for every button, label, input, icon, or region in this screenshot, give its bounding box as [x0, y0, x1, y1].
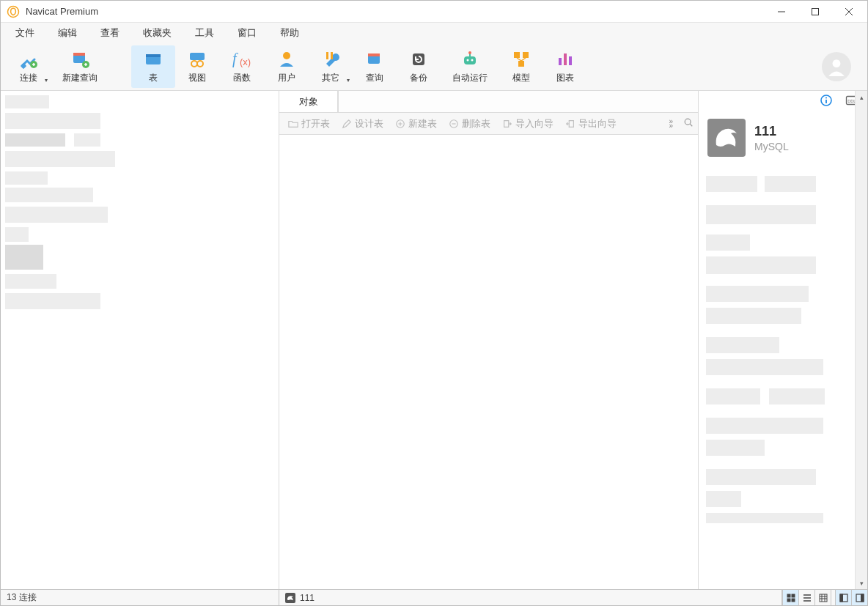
open-table-button[interactable]: 打开表	[284, 117, 334, 130]
toolbar-connection[interactable]: 连接 ▾	[7, 45, 51, 88]
svg-rect-29	[514, 52, 520, 58]
search-icon[interactable]	[683, 117, 694, 130]
toolbar-autorun[interactable]: 自动运行	[441, 45, 499, 88]
toolbar-chart[interactable]: 图表	[543, 45, 587, 88]
toolbar-model-label: 模型	[512, 72, 530, 84]
design-table-label: 设计表	[355, 117, 383, 130]
minimize-button[interactable]	[765, 1, 798, 22]
delete-table-button[interactable]: 删除表	[444, 117, 495, 130]
svg-point-28	[468, 51, 471, 54]
toolbar-function-label: 函数	[233, 72, 251, 84]
plug-icon	[18, 48, 39, 70]
toolbar-user[interactable]: 用户	[265, 45, 309, 88]
export-wizard-label: 导出向导	[578, 117, 617, 130]
robot-icon	[460, 48, 480, 70]
overflow-icon[interactable]: »»	[669, 119, 670, 128]
svg-rect-62	[861, 594, 864, 602]
scroll-up-icon[interactable]: ▴	[856, 91, 867, 103]
svg-point-26	[471, 59, 474, 62]
view-detail-icon[interactable]	[814, 590, 831, 605]
svg-rect-22	[368, 53, 380, 56]
svg-rect-54	[820, 594, 827, 602]
svg-line-41	[690, 124, 692, 126]
toolbar-autorun-label: 自动运行	[452, 72, 488, 84]
menu-edit[interactable]: 编辑	[46, 23, 89, 43]
svg-point-25	[467, 59, 469, 62]
app-icon	[7, 5, 20, 18]
menu-favorites[interactable]: 收藏夹	[131, 23, 183, 43]
query-plus-icon	[70, 48, 90, 70]
tab-objects[interactable]: 对象	[279, 91, 338, 112]
connection-name: 111	[754, 124, 789, 139]
svg-rect-19	[326, 52, 328, 59]
menu-view[interactable]: 查看	[89, 23, 131, 43]
function-icon: f(x)	[231, 48, 253, 70]
export-wizard-button[interactable]: 导出向导	[561, 117, 621, 130]
status-path-text: 111	[300, 593, 315, 603]
new-table-button[interactable]: 新建表	[391, 117, 441, 130]
menu-tools[interactable]: 工具	[183, 23, 226, 43]
import-icon	[502, 119, 512, 129]
right-scrollbar[interactable]: ▴ ▾	[855, 91, 867, 589]
view-grid-icon[interactable]	[782, 590, 798, 605]
svg-rect-49	[787, 599, 790, 602]
toolbar-newquery-label: 新建查询	[62, 72, 98, 84]
toolbar-model[interactable]: 模型	[499, 45, 543, 88]
svg-text:f: f	[232, 51, 238, 67]
status-connections: 13 连接	[1, 590, 279, 605]
svg-rect-2	[812, 8, 819, 15]
info-pane-body	[699, 161, 867, 589]
connections-tree[interactable]	[1, 91, 279, 589]
objects-toolbar: 打开表 设计表 新建表 删除表 导入向导	[279, 113, 698, 135]
titlebar: Navicat Premium	[1, 1, 867, 23]
main-toolbar: 连接 ▾ 新建查询 表 视图 f(x) 函数 用户 其它 ▾	[1, 43, 867, 91]
info-tab-icon[interactable]	[820, 95, 832, 108]
menu-help[interactable]: 帮助	[268, 23, 311, 43]
svg-rect-48	[792, 594, 795, 597]
status-connections-text: 13 连接	[7, 591, 37, 604]
close-button[interactable]	[832, 1, 866, 22]
svg-text:(x): (x)	[240, 56, 251, 67]
tabs-row: 对象	[279, 91, 698, 113]
svg-point-40	[685, 119, 691, 125]
user-avatar[interactable]	[822, 52, 851, 81]
svg-point-14	[197, 61, 203, 67]
plus-circle-icon	[395, 119, 405, 129]
address-bar[interactable]	[338, 91, 698, 112]
toolbar-query[interactable]: 查询	[353, 45, 397, 88]
toolbar-chart-label: 图表	[556, 72, 574, 84]
toolbar-table-label: 表	[149, 72, 158, 84]
toolbar-newquery[interactable]: 新建查询	[51, 45, 109, 88]
app-window: Navicat Premium 文件 编辑 查看 收藏夹 工具 窗口 帮助 连接…	[0, 0, 868, 606]
toolbar-view[interactable]: 视图	[175, 45, 219, 88]
svg-point-18	[283, 52, 290, 59]
status-path: 111	[279, 590, 782, 605]
menu-window[interactable]: 窗口	[226, 23, 268, 43]
query-icon	[364, 48, 385, 70]
svg-rect-24	[464, 56, 476, 64]
minus-circle-icon	[449, 119, 459, 129]
svg-rect-50	[792, 599, 795, 602]
toolbar-connection-label: 连接	[20, 72, 37, 84]
delete-table-label: 删除表	[462, 117, 490, 130]
scroll-down-icon[interactable]: ▾	[856, 577, 867, 589]
toolbar-backup-label: 备份	[410, 72, 427, 84]
maximize-button[interactable]	[798, 1, 832, 22]
view-list-icon[interactable]	[798, 590, 814, 605]
menu-file[interactable]: 文件	[4, 23, 46, 43]
toolbar-backup[interactable]: 备份	[397, 45, 441, 88]
mysql-dolphin-icon	[707, 119, 746, 157]
panel-left-icon[interactable]	[835, 590, 851, 605]
connection-type: MySQL	[754, 141, 789, 152]
center-pane: 对象 打开表 设计表 新建表 删除表	[279, 91, 699, 589]
toolbar-other[interactable]: 其它 ▾	[309, 45, 353, 88]
import-wizard-button[interactable]: 导入向导	[498, 117, 558, 130]
toolbar-function[interactable]: f(x) 函数	[219, 45, 265, 88]
toolbar-table[interactable]: 表	[131, 45, 175, 88]
svg-rect-8	[73, 53, 85, 56]
view-switchers	[782, 590, 867, 605]
objects-list[interactable]	[279, 135, 698, 589]
svg-point-37	[833, 59, 841, 67]
panel-right-icon[interactable]	[851, 590, 867, 605]
design-table-button[interactable]: 设计表	[337, 117, 388, 130]
